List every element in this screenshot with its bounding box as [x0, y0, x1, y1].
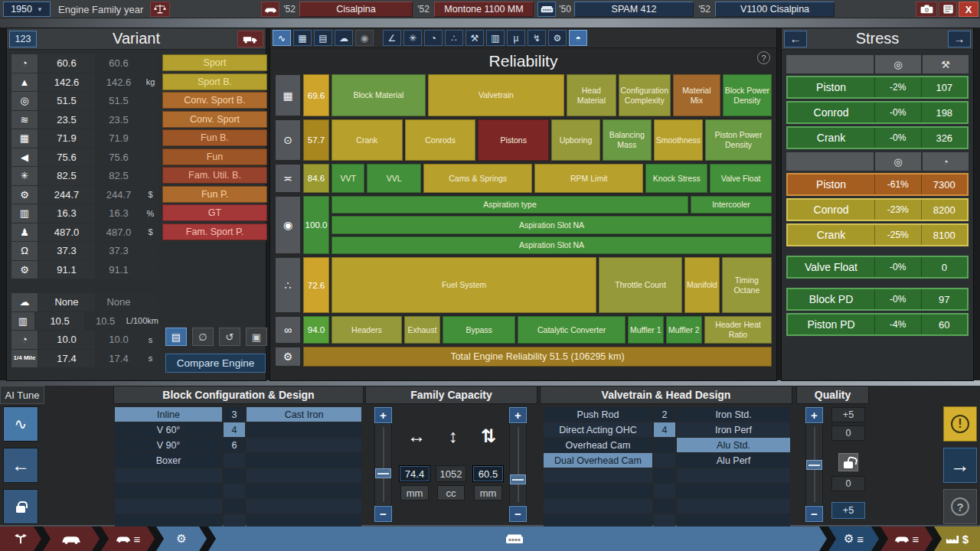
help-button[interactable]: ? [943, 489, 977, 524]
lock-button[interactable] [3, 489, 38, 524]
slider-handle[interactable] [806, 460, 822, 470]
variant-item-fun[interactable]: Fun [162, 148, 267, 165]
option-inline[interactable]: Inline [115, 407, 222, 422]
option-dohc[interactable]: Dual Overhead Cam [544, 453, 652, 468]
stroke-value[interactable]: 60.5 [472, 465, 504, 482]
variant-item-sport[interactable]: Sport [162, 54, 267, 71]
nav-engine-variant-step[interactable] [208, 527, 827, 551]
regulations-scale-button[interactable] [150, 2, 170, 17]
nav-car-test-step[interactable]: ≡ [880, 527, 933, 551]
quality-slider[interactable]: + − [805, 407, 823, 522]
undo-button[interactable]: ↺ [219, 328, 240, 346]
compare-engine-button[interactable]: Compare Engine [165, 354, 266, 373]
decrease-button[interactable]: − [374, 506, 392, 522]
prev-panel-button[interactable]: ← [784, 31, 807, 47]
notes-button[interactable]: ▤ [165, 328, 187, 346]
turbo-view-button[interactable]: ◉ [355, 30, 374, 46]
tab-montone[interactable]: Montone 1100 MM [434, 2, 534, 17]
option-v90[interactable]: V 90° [115, 438, 222, 452]
engine-tab-icon-button[interactable] [537, 2, 556, 17]
quality-min-label[interactable]: +5 [831, 502, 865, 519]
quality-lock-button[interactable] [838, 453, 858, 471]
warning-button[interactable]: ! [943, 406, 977, 442]
forward-button[interactable]: → [943, 448, 977, 483]
option-iron-std[interactable]: Iron Std. [677, 407, 790, 422]
steering-hand-icon: ◎ [875, 55, 921, 73]
flow-view-button[interactable]: ✳ [403, 30, 422, 46]
slider-track[interactable] [374, 423, 392, 506]
help-icon[interactable]: ? [757, 51, 770, 64]
option-boxer[interactable]: Boxer [115, 453, 222, 468]
option-ohc[interactable]: Overhead Cam [544, 438, 652, 452]
decrease-button[interactable]: − [509, 506, 527, 522]
report-button[interactable] [939, 2, 957, 17]
tools-view-button[interactable]: ⚒ [466, 30, 484, 46]
option-alu-perf[interactable]: Alu Perf [677, 453, 790, 468]
tab-v1100-cisalpina[interactable]: V1100 Cisalpina [715, 2, 835, 17]
option-2-valves[interactable]: 2 [654, 407, 675, 422]
decrease-button[interactable]: − [805, 506, 823, 522]
nav-factory-cost-step[interactable]: $ [934, 527, 980, 551]
power-graph-view-button[interactable]: ∿ [273, 30, 291, 46]
option-6-cyl[interactable]: 6 [224, 438, 245, 452]
tuning-curves-button[interactable]: ∿ [3, 406, 38, 442]
car-tab-icon-button[interactable] [261, 2, 279, 17]
option-alu-std[interactable]: Alu Std. [677, 438, 790, 452]
nav-engine-tune-step[interactable]: ⚙ ≡ [828, 527, 879, 551]
bore-value[interactable]: 74.4 [399, 465, 430, 482]
slider-track[interactable] [805, 423, 823, 506]
nav-car-body-step[interactable] [43, 527, 100, 551]
slider-track[interactable] [509, 423, 527, 506]
variant-item-gt[interactable]: GT [162, 204, 267, 221]
injector-view-button[interactable]: ∴ [445, 30, 463, 46]
stat-row-economy: ▥ 10.5 10.5 L/100km [11, 312, 158, 331]
tab-spam-412[interactable]: SPAM 412 [574, 2, 694, 17]
quad-graph-view-button[interactable]: ▦ [293, 30, 312, 46]
option-4-valves[interactable]: 4 [654, 422, 675, 437]
variant-item-fun-p[interactable]: Fun P. [162, 186, 267, 203]
variant-item-conv-sport-b[interactable]: Conv. Sport B. [162, 92, 267, 109]
slider-handle[interactable] [510, 474, 526, 484]
emissions-view-button[interactable]: ☁ [335, 30, 353, 46]
variant-item-fam-sport-p[interactable]: Fam. Sport P. [162, 223, 267, 240]
discard-button[interactable]: ∅ [192, 328, 214, 346]
knock-view-button[interactable]: ↯ [528, 30, 546, 46]
screenshot-button[interactable] [916, 2, 937, 17]
ai-tune-button[interactable]: AI Tune [0, 386, 44, 404]
variant-item-fam-util-b[interactable]: Fam. Util. B. [162, 167, 267, 184]
option-4-cyl[interactable]: 4 [224, 422, 245, 437]
option-iron-perf[interactable]: Iron Perf [677, 422, 790, 437]
increase-button[interactable]: + [805, 407, 823, 423]
nav-engine-family-step[interactable]: ⚙ [156, 527, 207, 551]
nav-car-trim-step[interactable]: ≡ [101, 527, 155, 551]
increase-button[interactable]: + [374, 407, 392, 423]
option-v60[interactable]: V 60° [115, 422, 222, 437]
option-3-cyl[interactable]: 3 [224, 407, 245, 422]
tab-cisalpina[interactable]: Cisalpina [299, 2, 413, 17]
option-daohc[interactable]: Direct Acting OHC [544, 422, 652, 437]
numbers-toggle-button[interactable]: 123 [9, 31, 37, 47]
variant-item-sport-b[interactable]: Sport B. [162, 73, 267, 90]
variant-item-conv-sport[interactable]: Conv. Sport [162, 111, 267, 128]
next-panel-button[interactable]: → [948, 31, 971, 47]
fuel-pump-view-button[interactable]: ▥ [486, 30, 505, 46]
bore-slider[interactable]: + − [374, 407, 392, 522]
increase-button[interactable]: + [509, 407, 527, 423]
reliability-view-button[interactable]: ◓ [569, 30, 587, 46]
friction-view-button[interactable]: µ [507, 30, 525, 46]
variant-item-fun-b[interactable]: Fun B. [162, 129, 267, 146]
clone-button[interactable]: ▣ [246, 328, 267, 346]
utility-truck-button[interactable] [237, 31, 263, 47]
nav-branch-step[interactable] [0, 527, 41, 551]
option-cast-iron[interactable]: Cast Iron [247, 407, 361, 422]
engine-family-year-select[interactable]: 1950 ▼ [3, 2, 51, 17]
table-view-button[interactable]: ▤ [314, 30, 332, 46]
stroke-slider[interactable]: + − [509, 407, 527, 522]
close-button[interactable]: X [959, 2, 978, 17]
dyno-chart-button[interactable]: ∠ [383, 30, 401, 46]
slider-handle[interactable] [375, 468, 391, 478]
option-push-rod[interactable]: Push Rod [544, 407, 652, 422]
gauge-view-button[interactable]: ◔ [424, 30, 443, 46]
back-button[interactable]: ← [3, 448, 38, 483]
service-view-button[interactable]: ⚙ [548, 30, 567, 46]
